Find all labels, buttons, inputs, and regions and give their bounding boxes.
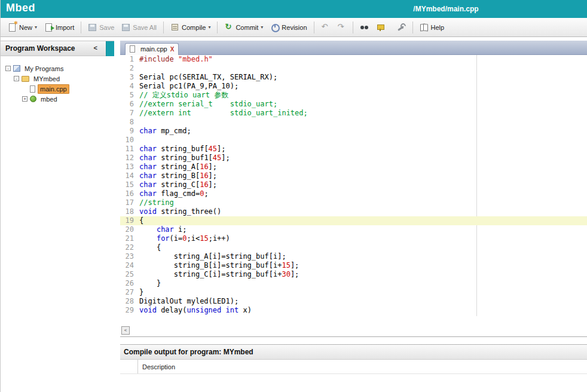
panel-splitter[interactable] — [114, 41, 120, 392]
code-text: char string_C[16]; — [138, 180, 217, 189]
tree-item-mbed[interactable]: +mbed — [1, 94, 114, 104]
format-button[interactable] — [372, 20, 389, 34]
code-line[interactable]: 25 string_C[i]=string_buf[i+30]; — [120, 270, 587, 279]
code-line[interactable]: 9char mp_cmd; — [120, 127, 587, 136]
import-button[interactable]: Import — [41, 20, 78, 34]
tree-item-label: My Programs — [23, 65, 65, 73]
panel-toggle-button[interactable] — [106, 41, 114, 56]
code-editor[interactable]: 1#include "mbed.h"23Serial pc(SERIAL_TX,… — [120, 55, 587, 325]
program-workspace-panel: Program Workspace < -My Programs-MYmbedm… — [1, 41, 114, 392]
chevron-down-icon[interactable]: ▾ — [35, 24, 37, 30]
line-number: 17 — [120, 198, 138, 207]
code-text: string_B[i]=string_buf[i+15]; — [138, 261, 299, 270]
chevron-down-icon[interactable]: ▾ — [261, 24, 263, 30]
tree-item-main-cpp[interactable]: main.cpp — [1, 84, 114, 94]
code-text: char mp_cmd; — [138, 127, 191, 136]
code-text: char string_A[16]; — [138, 163, 217, 172]
code-line[interactable]: 17//string — [120, 198, 587, 207]
close-tab-icon[interactable]: X — [170, 46, 175, 53]
undo-icon — [321, 23, 330, 32]
file-icon — [30, 85, 35, 93]
toolbar-separator — [217, 22, 218, 33]
code-line[interactable]: 19{ — [120, 216, 587, 225]
code-line[interactable]: 26 } — [120, 279, 587, 288]
line-number: 19 — [120, 216, 138, 225]
code-line[interactable]: 3Serial pc(SERIAL_TX, SERIAL_RX); — [120, 73, 587, 82]
code-text: char i; — [138, 225, 187, 234]
help-button[interactable]: Help — [416, 20, 448, 34]
code-text: char string_buf1[45]; — [138, 154, 230, 163]
workspace-header: Program Workspace < — [1, 41, 114, 56]
code-lines: 1#include "mbed.h"23Serial pc(SERIAL_TX,… — [120, 55, 587, 315]
title-bar: Mbed /MYmbed/main.cpp — [1, 0, 587, 18]
code-line[interactable]: 8 — [120, 118, 587, 127]
code-text — [138, 64, 139, 73]
toolbar-separator — [314, 22, 314, 33]
code-line[interactable]: 15char string_C[16]; — [120, 180, 587, 189]
code-text: } — [138, 279, 161, 288]
code-text: Serial pc1(PA_9,PA_10); — [138, 82, 239, 91]
code-line[interactable]: 2 — [120, 64, 587, 73]
new-file-icon — [8, 23, 17, 32]
code-line[interactable]: 1#include "mbed.h" — [120, 55, 587, 64]
toolbar-separator — [81, 22, 81, 33]
chevron-down-icon[interactable]: ▾ — [208, 24, 210, 30]
scroll-left-button[interactable]: < — [121, 326, 130, 335]
code-line[interactable]: 20 char i; — [120, 225, 587, 234]
code-line[interactable]: 7//extern int stdio_uart_inited; — [120, 109, 587, 118]
tree-item-label: main.cpp — [38, 84, 69, 94]
code-line[interactable]: 14char string_B[16]; — [120, 172, 587, 180]
code-line[interactable]: 13char string_A[16]; — [120, 163, 587, 172]
description-column-header[interactable]: Description — [138, 363, 175, 370]
code-line[interactable]: 4Serial pc1(PA_9,PA_10); — [120, 82, 587, 91]
commit-button[interactable]: Commit ▾ — [221, 20, 267, 34]
code-line[interactable]: 12char string_buf1[45]; — [120, 154, 587, 163]
code-line[interactable]: 11char string_buf[45]; — [120, 145, 587, 154]
code-text: //extern int stdio_uart_inited; — [138, 109, 308, 118]
collapse-icon[interactable]: - — [5, 66, 11, 71]
line-number: 10 — [120, 136, 138, 145]
horizontal-scrollbar[interactable]: < — [120, 325, 587, 337]
save-button[interactable]: Save — [84, 20, 118, 34]
tree-item-my-programs[interactable]: -My Programs — [1, 63, 114, 74]
code-text: void delay(unsigned int x) — [138, 306, 252, 315]
line-number: 22 — [120, 243, 138, 252]
code-line[interactable]: 10 — [120, 136, 587, 145]
code-text: DigitalOut myled(LED1); — [138, 297, 239, 306]
toolbar-separator — [412, 22, 413, 33]
code-line[interactable]: 23 string_A[i]=string_buf[i]; — [120, 252, 587, 261]
help-book-icon — [420, 23, 429, 32]
code-line[interactable]: 27} — [120, 288, 587, 297]
code-line[interactable]: 5// 定义stdio uart 参数 — [120, 91, 587, 100]
code-text: char string_B[16]; — [138, 172, 217, 180]
output-status-column — [120, 360, 138, 373]
code-line[interactable]: 24 string_B[i]=string_buf[i+15]; — [120, 261, 587, 270]
compile-button[interactable]: Compile ▾ — [167, 20, 214, 34]
redo-button[interactable] — [334, 20, 350, 34]
code-line[interactable]: 6//extern serial_t stdio_uart; — [120, 100, 587, 109]
tab-main-cpp[interactable]: main.cpp X — [125, 43, 179, 55]
settings-button[interactable] — [393, 20, 409, 34]
line-number: 28 — [120, 297, 138, 306]
new-button[interactable]: New ▾ — [4, 20, 41, 34]
collapse-panel-button[interactable]: < — [94, 44, 97, 51]
code-line[interactable]: 21 for(i=0;i<15;i++) — [120, 234, 587, 243]
save-all-button[interactable]: Save All — [118, 20, 160, 34]
save-all-icon — [121, 23, 130, 32]
code-line[interactable]: 28DigitalOut myled(LED1); — [120, 297, 587, 306]
code-text: } — [138, 288, 143, 297]
line-number: 25 — [120, 270, 138, 279]
undo-button[interactable] — [317, 20, 334, 34]
tree-item-label: MYmbed — [32, 75, 62, 83]
format-icon — [376, 23, 385, 32]
code-line[interactable]: 16char flag_cmd=0; — [120, 189, 587, 198]
code-line[interactable]: 18void string_three() — [120, 207, 587, 216]
code-line[interactable]: 29void delay(unsigned int x) — [120, 306, 587, 315]
collapse-icon[interactable]: - — [14, 76, 19, 81]
revision-button[interactable]: Revision — [267, 20, 310, 34]
find-button[interactable] — [356, 20, 372, 34]
line-number: 3 — [120, 73, 138, 82]
expand-icon[interactable]: + — [22, 96, 27, 102]
code-line[interactable]: 22 { — [120, 243, 587, 252]
tree-item-mymbed[interactable]: -MYmbed — [1, 74, 114, 84]
